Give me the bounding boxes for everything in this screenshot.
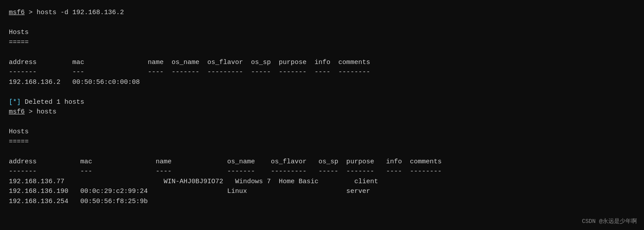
prompt-2: msf6 bbox=[9, 108, 25, 116]
hosts-label-2: Hosts bbox=[9, 127, 635, 137]
hosts-sep-2: ===== bbox=[9, 137, 635, 147]
table-dashes-1: ------- --- ---- ------- --------- -----… bbox=[9, 68, 635, 78]
hosts-label-1: Hosts bbox=[9, 28, 635, 38]
blank-1 bbox=[9, 18, 635, 28]
table-dashes-2: ------- --- ---- ------- --------- -----… bbox=[9, 167, 635, 177]
blank-4 bbox=[9, 117, 635, 128]
command-line-1: msf6 > hosts -d 192.168.136.2 bbox=[9, 8, 635, 18]
table-header-2: address mac name os_name os_flavor os_sp… bbox=[9, 157, 635, 167]
table-row-1: 192.168.136.2 00:50:56:c0:00:08 bbox=[9, 78, 635, 88]
table-row-3: 192.168.136.190 00:0c:29:c2:99:24 Linux … bbox=[9, 187, 635, 197]
prompt-1: msf6 bbox=[9, 9, 25, 16]
status-bracket: [*] bbox=[9, 98, 21, 106]
table-row-4: 192.168.136.254 00:50:56:f8:25:9b bbox=[9, 197, 635, 207]
command-line-2: msf6 > hosts bbox=[9, 107, 635, 117]
hosts-sep-1: ===== bbox=[9, 38, 635, 48]
terminal: msf6 > hosts -d 192.168.136.2 Hosts ====… bbox=[9, 8, 635, 222]
status-deleted: [*] Deleted 1 hosts bbox=[9, 98, 635, 108]
cmd-text-1: > hosts -d 192.168.136.2 bbox=[25, 9, 124, 16]
watermark: CSDN @永远是少年啊 bbox=[582, 217, 637, 226]
cmd-text-2: > hosts bbox=[25, 108, 56, 116]
blank-5 bbox=[9, 147, 635, 157]
blank-3 bbox=[9, 87, 635, 98]
table-row-2: 192.168.136.77 WIN-AHJ0BJ9IO72 Windows 7… bbox=[9, 177, 635, 187]
table-header-1: address mac name os_name os_flavor os_sp… bbox=[9, 58, 635, 68]
blank-2 bbox=[9, 48, 635, 58]
